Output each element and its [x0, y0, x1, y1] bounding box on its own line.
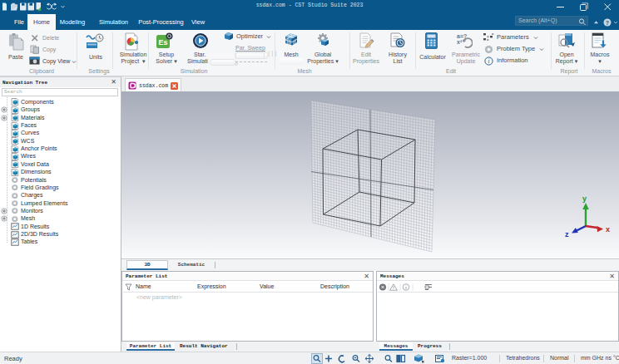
svg-text:z: z: [565, 230, 569, 239]
svg-text:i: i: [488, 57, 489, 65]
svg-text:Es: Es: [158, 38, 167, 47]
svg-text:x²: x²: [457, 39, 463, 45]
svg-text:?: ?: [606, 20, 609, 26]
svg-text:x: x: [606, 225, 610, 234]
svg-text:y: y: [582, 194, 587, 203]
